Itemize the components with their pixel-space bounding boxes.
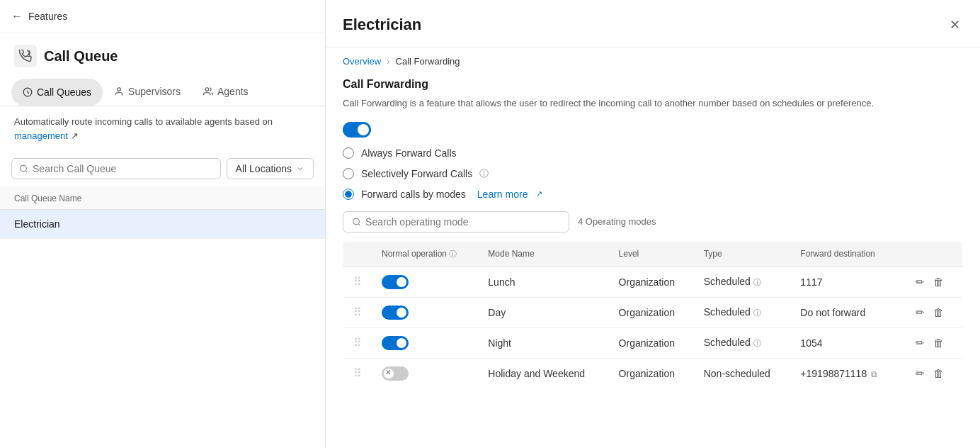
th-actions (899, 241, 962, 267)
radio-selectively-forward: Selectively Forward Calls ⓘ (343, 167, 963, 180)
features-nav[interactable]: ← Features (0, 0, 325, 33)
table-row: ⠿✓DayOrganizationScheduledⓘDo not forwar… (343, 297, 963, 327)
edit-mode-button[interactable]: ✏ (914, 335, 926, 351)
mode-toggle-0[interactable]: ✓ (382, 275, 409, 289)
forward-dest-cell: 1117 (790, 267, 899, 297)
drag-handle[interactable]: ⠿ (343, 267, 372, 297)
table-header: Call Queue Name (0, 186, 325, 210)
drag-handle[interactable]: ⠿ (343, 358, 372, 388)
radio-always-forward: Always Forward Calls (343, 147, 963, 159)
call-queue-header: Call Queue (0, 33, 325, 79)
th-normal-op-info: ⓘ (449, 250, 457, 258)
breadcrumb: Overview › Call Forwarding (326, 47, 980, 67)
radio-selectively-forward-input[interactable] (343, 168, 354, 179)
copy-icon[interactable]: ⧉ (871, 369, 877, 379)
breadcrumb-separator: › (387, 56, 389, 67)
call-forwarding-toggle-row: ✓ (343, 122, 963, 138)
modes-table: Normal operation ⓘ Mode Name Level Type … (343, 241, 963, 389)
search-mode-icon (352, 217, 361, 227)
delete-mode-button[interactable]: 🗑 (932, 335, 945, 350)
search-icon (19, 164, 28, 174)
mode-level-cell: Organization (609, 327, 694, 358)
table-column-name: Call Queue Name (14, 194, 81, 203)
tab-supervisors[interactable]: Supervisors (103, 79, 192, 106)
table-row[interactable]: Electrician (0, 210, 325, 239)
drag-handle[interactable]: ⠿ (343, 327, 372, 358)
radio-always-forward-input[interactable] (343, 147, 354, 159)
search-mode-box[interactable] (343, 211, 569, 233)
right-panel: Electrician ✕ Overview › Call Forwarding… (326, 0, 980, 448)
drag-handle[interactable]: ⠿ (343, 297, 372, 327)
all-locations-dropdown[interactable]: All Locations (227, 158, 314, 179)
edit-mode-button[interactable]: ✏ (914, 274, 926, 290)
mode-toggle-cell: ✓ (372, 327, 478, 358)
mode-toggle-cell: ✕ (372, 358, 478, 388)
mode-actions-cell: ✏🗑 (899, 358, 962, 388)
mode-name-cell: Day (478, 297, 608, 327)
search-mode-input[interactable] (365, 216, 560, 228)
radio-by-modes: Forward calls by modes Learn more ↗ (343, 189, 963, 200)
left-panel: ← Features Call Queue Call Queues Superv… (0, 0, 326, 448)
learn-more-link[interactable]: Learn more (477, 189, 528, 200)
mode-toggle-cell: ✓ (372, 297, 478, 327)
tabs-row: Call Queues Supervisors Agents (0, 79, 325, 106)
th-normal-op: Normal operation ⓘ (372, 241, 478, 267)
management-link[interactable]: management (14, 130, 68, 141)
search-call-queue-box[interactable] (11, 158, 221, 179)
search-filter-row: All Locations (0, 151, 325, 186)
mode-type-cell: Scheduledⓘ (694, 327, 791, 358)
th-forward-dest: Forward destination (790, 241, 899, 267)
delete-mode-button[interactable]: 🗑 (932, 274, 945, 289)
section-title: Call Forwarding (343, 78, 963, 91)
mode-toggle-cell: ✓ (372, 267, 478, 297)
breadcrumb-overview[interactable]: Overview (343, 56, 381, 67)
delete-mode-button[interactable]: 🗑 (932, 305, 945, 320)
forward-dest-cell: +19198871118⧉ (790, 358, 899, 388)
table-header-row: Normal operation ⓘ Mode Name Level Type … (343, 241, 963, 267)
learn-more-external-icon: ↗ (536, 189, 542, 198)
type-info-icon: ⓘ (753, 308, 761, 317)
th-drag (343, 241, 372, 267)
mode-toggle-3[interactable]: ✕ (382, 366, 409, 381)
type-info-icon: ⓘ (753, 339, 761, 347)
edit-mode-button[interactable]: ✏ (914, 305, 926, 320)
mode-name-cell: Night (478, 327, 608, 358)
tab-call-queues[interactable]: Call Queues (11, 79, 103, 106)
selectively-info-icon: ⓘ (479, 167, 489, 180)
close-button[interactable]: ✕ (947, 14, 963, 35)
mode-toggle-1[interactable]: ✓ (382, 306, 409, 320)
mode-toggle-2[interactable]: ✓ (382, 336, 409, 350)
forward-dest-cell: Do not forward (790, 297, 899, 327)
mode-type-cell: Scheduledⓘ (694, 267, 791, 297)
section-desc: Call Forwarding is a feature that allows… (343, 96, 963, 111)
mode-level-cell: Organization (609, 267, 694, 297)
call-queue-icon (14, 45, 37, 67)
svg-point-2 (205, 88, 209, 91)
content-area: Call Forwarding Call Forwarding is a fea… (326, 67, 980, 448)
table-row: ⠿✕Holiday and WeekendOrganizationNon-sch… (343, 358, 963, 388)
tab-agents[interactable]: Agents (192, 79, 260, 106)
mode-type-cell: Scheduledⓘ (694, 297, 791, 327)
search-mode-row: 4 Operating modes (343, 211, 963, 233)
search-call-queue-input[interactable] (33, 163, 213, 174)
mode-name-cell: Lunch (478, 267, 608, 297)
mode-name-cell: Holiday and Weekend (478, 358, 608, 388)
edit-mode-button[interactable]: ✏ (914, 366, 926, 381)
back-arrow-icon: ← (11, 10, 23, 23)
mode-actions-cell: ✏🗑 (899, 297, 962, 327)
th-mode-name: Mode Name (478, 241, 608, 267)
radio-by-modes-input[interactable] (343, 189, 354, 200)
svg-point-3 (21, 165, 27, 172)
radio-group: Always Forward Calls Selectively Forward… (343, 147, 963, 200)
delete-mode-button[interactable]: 🗑 (932, 366, 945, 381)
call-forwarding-toggle[interactable]: ✓ (343, 122, 371, 138)
operating-modes-count: 4 Operating modes (578, 216, 656, 227)
th-type: Type (694, 241, 791, 267)
table-row: ⠿✓NightOrganizationScheduledⓘ1054✏🗑 (343, 327, 963, 358)
breadcrumb-current: Call Forwarding (396, 56, 460, 67)
mode-type-cell: Non-scheduled (694, 358, 791, 388)
th-level: Level (609, 241, 694, 267)
forward-dest-cell: 1054 (790, 327, 899, 358)
modes-table-body: ⠿✓LunchOrganizationScheduledⓘ1117✏🗑⠿✓Day… (343, 267, 963, 388)
type-info-icon: ⓘ (753, 278, 761, 286)
